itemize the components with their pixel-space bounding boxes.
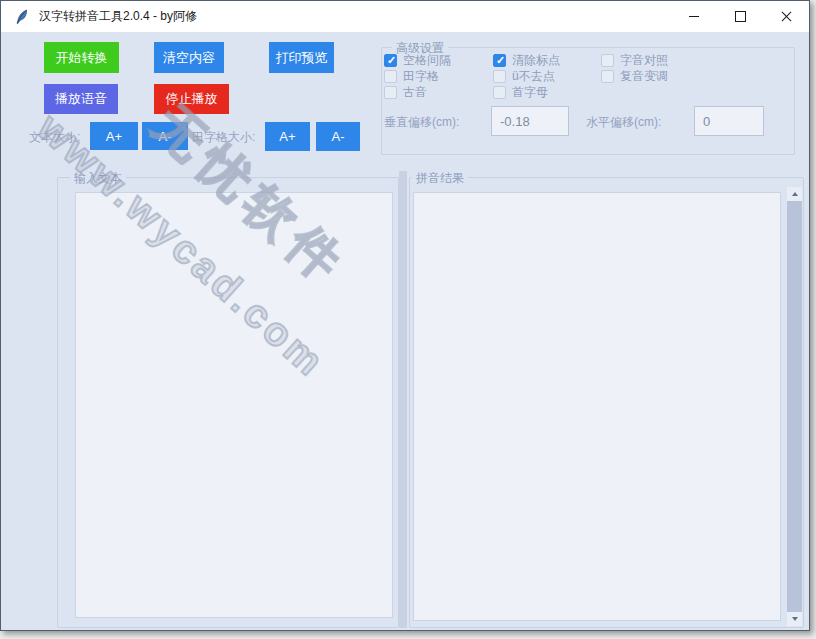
checkbox-label: 田字格	[403, 68, 439, 85]
checkbox-keep-umlaut[interactable]: ü不去点	[493, 68, 555, 85]
grid-size-decrease-button[interactable]: A-	[316, 122, 360, 151]
convert-button[interactable]: 开始转换	[44, 42, 119, 73]
result-textarea[interactable]	[413, 192, 781, 621]
minimize-button[interactable]	[671, 1, 717, 32]
checkbox-label: 清除标点	[512, 52, 560, 69]
checkbox	[384, 54, 397, 67]
clear-button[interactable]: 清空内容	[154, 42, 224, 73]
screen: 汉字转拼音工具2.0.4 - by阿修 开始转换 清空内容 打印预览 播放语音 …	[0, 0, 816, 639]
scroll-down-button[interactable]	[787, 612, 802, 626]
pinyin-result-title: 拼音结果	[412, 170, 468, 187]
checkbox	[384, 86, 397, 99]
checkbox-tone-sandhi[interactable]: 复音变调	[601, 68, 668, 85]
stop-voice-button[interactable]: 停止播放	[154, 84, 229, 114]
arrow-up-icon	[792, 192, 798, 196]
checkbox	[493, 54, 506, 67]
checkbox-label: ü不去点	[512, 68, 555, 85]
feather-app-icon	[14, 9, 30, 25]
input-textarea[interactable]	[75, 192, 393, 618]
scroll-up-button[interactable]	[787, 187, 802, 201]
checkbox-space-interval[interactable]: 空格间隔	[384, 52, 451, 69]
minimize-icon	[689, 16, 699, 17]
window-title: 汉字转拼音工具2.0.4 - by阿修	[39, 8, 197, 25]
text-size-increase-button[interactable]: A+	[90, 122, 138, 150]
arrow-down-icon	[792, 617, 798, 621]
vertical-offset-input[interactable]	[491, 106, 569, 136]
text-size-decrease-button[interactable]: A-	[142, 122, 188, 150]
play-voice-button[interactable]: 播放语音	[44, 84, 118, 114]
maximize-icon	[735, 11, 746, 22]
checkbox	[493, 86, 506, 99]
titlebar: 汉字转拼音工具2.0.4 - by阿修	[1, 1, 809, 32]
checkbox-label: 字音对照	[620, 52, 668, 69]
checkbox-label: 空格间隔	[403, 52, 451, 69]
print-preview-button[interactable]: 打印预览	[269, 42, 334, 73]
horizontal-offset-label: 水平偏移(cm):	[586, 114, 661, 131]
vertical-offset-label: 垂直偏移(cm):	[384, 114, 459, 131]
checkbox-label: 古音	[403, 84, 427, 101]
app-window: 汉字转拼音工具2.0.4 - by阿修 开始转换 清空内容 打印预览 播放语音 …	[0, 0, 810, 631]
horizontal-offset-input[interactable]	[694, 106, 764, 136]
checkbox-char-sound-compare[interactable]: 字音对照	[601, 52, 668, 69]
checkbox	[601, 70, 614, 83]
checkbox-label: 首字母	[512, 84, 548, 101]
checkbox-remove-punctuation[interactable]: 清除标点	[493, 52, 560, 69]
checkbox	[384, 70, 397, 83]
panel-divider-scrollbar[interactable]	[399, 171, 407, 628]
text-size-label: 文本大小:	[29, 129, 80, 146]
checkbox	[493, 70, 506, 83]
close-button[interactable]	[763, 1, 809, 32]
checkbox	[601, 54, 614, 67]
input-text-title: 输入文本	[70, 170, 126, 187]
result-scrollbar[interactable]	[787, 187, 802, 626]
grid-size-increase-button[interactable]: A+	[265, 122, 310, 151]
close-icon	[781, 11, 792, 22]
checkbox-label: 复音变调	[620, 68, 668, 85]
window-controls	[671, 1, 809, 32]
checkbox-initials-only[interactable]: 首字母	[493, 84, 548, 101]
grid-size-label: 田字格大小:	[192, 129, 255, 146]
maximize-button[interactable]	[717, 1, 763, 32]
checkbox-tianzige[interactable]: 田字格	[384, 68, 439, 85]
checkbox-ancient-pronunciation[interactable]: 古音	[384, 84, 427, 101]
